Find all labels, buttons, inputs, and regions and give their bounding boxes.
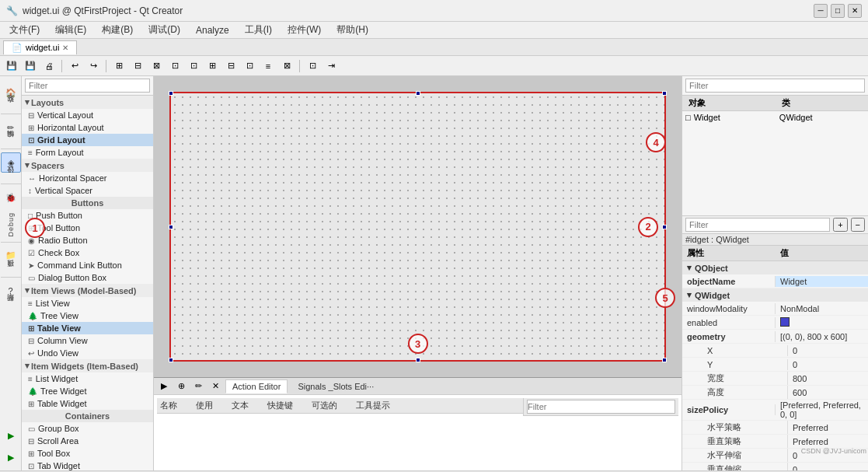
widget-tab-widget[interactable]: ⊡ Tab Widget [22, 460, 153, 470]
toolbar-layout-f[interactable]: ≡ [260, 58, 277, 74]
toolbar-adjust-size[interactable]: ⊡ [304, 58, 321, 74]
props-row-objectname[interactable]: objectName Widget [682, 274, 868, 288]
widget-filter-input[interactable] [25, 79, 150, 93]
design-area[interactable]: 2 3 [154, 76, 682, 377]
toolbar-align-bottom[interactable]: ⊡ [185, 58, 202, 74]
props-row-x[interactable]: X 0 [682, 344, 868, 358]
section-item-widgets[interactable]: ▾ Item Widgets (Item-Based) [22, 359, 153, 372]
widget-tool-box[interactable]: ⊞ Tool Box [22, 447, 153, 460]
props-add-button[interactable]: + [833, 218, 847, 232]
widget-table-widget[interactable]: ⊞ Table Widget [22, 397, 153, 410]
props-row-enabled[interactable]: enabled [682, 316, 868, 330]
tab-signals-slots[interactable]: Signals _Slots Edi··· [291, 379, 381, 393]
section-layouts[interactable]: ▾ Layouts [22, 96, 153, 109]
widget-vertical-layout[interactable]: ⊟ Vertical Layout [22, 109, 153, 121]
widget-grid-layout[interactable]: ⊡ Grid Layout [22, 134, 153, 146]
props-row-sizepolicy[interactable]: sizePolicy [Preferred, Preferred, 0, 0] [682, 400, 868, 421]
menu-analyze[interactable]: Analyze [193, 24, 232, 37]
bottom-tool-edit[interactable]: ✏ [191, 379, 205, 393]
section-item-views[interactable]: ▾ Item Views (Model-Based) [22, 284, 153, 297]
mode-welcome[interactable]: 🏠 [1, 82, 21, 103]
widget-tree-widget[interactable]: 🌲 Tree Widget [22, 385, 153, 397]
menu-help[interactable]: 帮助(H) [333, 23, 371, 37]
tab-close-button[interactable]: ✕ [62, 44, 68, 52]
mode-help-label[interactable]: 帮助 [4, 302, 17, 310]
run-button[interactable]: ▶ [1, 425, 21, 446]
widget-dialog-button-box[interactable]: ▭ Dialog Button Box [22, 271, 153, 284]
handle-bot-right[interactable] [662, 358, 667, 362]
menu-build[interactable]: 构建(B) [99, 23, 136, 37]
widget-form-layout[interactable]: ≡ Form Layout [22, 146, 153, 159]
toolbar-align-center[interactable]: ⊟ [129, 58, 146, 74]
menu-tools[interactable]: 工具(I) [242, 23, 275, 37]
toolbar-break-layout[interactable]: ⊠ [278, 58, 295, 74]
handle-bot-center[interactable] [416, 358, 420, 362]
toolbar-print[interactable]: 🖨 [40, 58, 58, 74]
object-filter-input[interactable] [685, 79, 865, 93]
widget-horizontal-layout[interactable]: ⊞ Horizontal Layout [22, 121, 153, 134]
widget-v-spacer[interactable]: ↕ Vertical Spacer [22, 184, 153, 197]
handle-top-right[interactable] [662, 91, 667, 96]
widget-column-view[interactable]: ⊟ Column View [22, 334, 153, 347]
widget-tree-view[interactable]: 🌲 Tree View [22, 309, 153, 322]
handle-top-center[interactable] [416, 91, 420, 96]
bottom-tool-play[interactable]: ▶ [157, 379, 171, 393]
toolbar-align-left[interactable]: ⊞ [110, 58, 127, 74]
bottom-tool-delete[interactable]: ✕ [208, 379, 222, 393]
tab-action-editor[interactable]: Action Editor [225, 379, 288, 393]
mode-edit-label[interactable]: 编辑 [4, 139, 17, 147]
menu-edit[interactable]: 编辑(E) [52, 23, 89, 37]
props-row-y[interactable]: Y 0 [682, 358, 868, 372]
restore-button[interactable]: □ [831, 4, 845, 18]
widget-scroll-area[interactable]: ⊟ Scroll Area [22, 435, 153, 447]
props-row-hpolicy[interactable]: 水平策略 Preferred [682, 421, 868, 435]
minimize-button[interactable]: ─ [814, 4, 828, 18]
toolbar-layout-v[interactable]: ⊟ [222, 58, 239, 74]
props-row-vstretch[interactable]: 垂直伸缩 0 [682, 463, 868, 470]
mode-design-label[interactable]: 设计 [4, 174, 17, 182]
toolbar-redo[interactable]: ↪ [85, 58, 102, 74]
toolbar-undo[interactable]: ↩ [66, 58, 83, 74]
handle-mid-left[interactable] [169, 225, 173, 229]
form-canvas[interactable] [169, 92, 666, 362]
widget-h-spacer[interactable]: ↔ Horizontal Spacer [22, 172, 153, 184]
mode-edit[interactable]: ✏ [1, 117, 21, 138]
toolbar-layout-h[interactable]: ⊞ [204, 58, 221, 74]
mode-welcome-label[interactable]: 欢迎 [4, 104, 17, 112]
props-section-qwidget[interactable]: ▾ QWidget [682, 288, 868, 302]
mode-debug-label[interactable]: Debug [5, 209, 16, 240]
props-section-qobject[interactable]: ▾ QObject [682, 261, 868, 274]
props-row-height[interactable]: 高度 600 [682, 386, 868, 400]
props-remove-button[interactable]: − [851, 218, 865, 232]
mode-help[interactable]: ? [1, 281, 21, 301]
mode-design[interactable]: ◈ [1, 152, 21, 173]
menu-widgets[interactable]: 控件(W) [284, 23, 324, 37]
toolbar-align-right[interactable]: ⊠ [148, 58, 165, 74]
debug-run-button[interactable]: ▶ [1, 447, 21, 467]
props-filter-input[interactable] [685, 218, 830, 232]
widget-group-box[interactable]: ▭ Group Box [22, 422, 153, 435]
enabled-checkbox[interactable] [780, 317, 790, 327]
mode-projects-label[interactable]: 项目 [4, 267, 17, 275]
close-button[interactable]: ✕ [848, 4, 862, 18]
mode-debug[interactable]: 🐞 [1, 187, 21, 208]
section-spacers[interactable]: ▾ Spacers [22, 159, 153, 172]
mode-projects[interactable]: 📁 [1, 246, 21, 266]
titlebar-controls[interactable]: ─ □ ✕ [814, 4, 862, 18]
toolbar-align-top[interactable]: ⊡ [166, 58, 183, 74]
widget-radio-button[interactable]: ◉ Radio Button [22, 234, 153, 246]
toolbar-save[interactable]: 💾 [3, 58, 20, 74]
widget-undo-view[interactable]: ↩ Undo View [22, 347, 153, 359]
toolbar-layout-g[interactable]: ⊡ [241, 58, 258, 74]
toolbar-save-all[interactable]: 💾 [22, 58, 39, 74]
bottom-filter-input[interactable] [527, 400, 675, 414]
widget-list-widget[interactable]: ≡ List Widget [22, 372, 153, 385]
widget-command-link[interactable]: ➤ Command Link Button [22, 259, 153, 271]
props-row-width[interactable]: 宽度 800 [682, 372, 868, 386]
props-row-windowmodality[interactable]: windowModality NonModal [682, 302, 868, 316]
menu-file[interactable]: 文件(F) [6, 23, 43, 37]
widget-table-view[interactable]: ⊞ Table View [22, 322, 153, 334]
toolbar-taborder[interactable]: ⇥ [322, 58, 340, 74]
obj-row-widget[interactable]: □ Widget QWidget [682, 111, 868, 124]
handle-top-left[interactable] [169, 91, 173, 96]
